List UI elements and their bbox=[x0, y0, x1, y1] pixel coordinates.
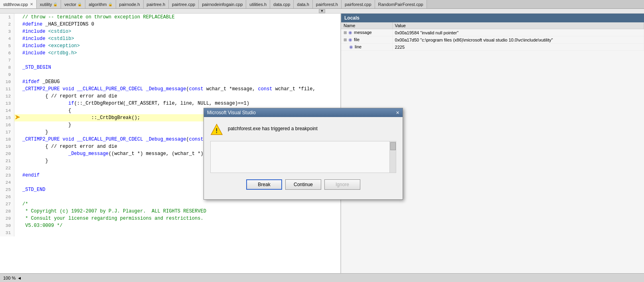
tab-xutility[interactable]: xutility🔒 bbox=[37, 0, 61, 9]
dialog-scrollbar[interactable] bbox=[389, 141, 396, 173]
line-arrow: ⮞ bbox=[14, 114, 21, 121]
tab-label: pairforest.h bbox=[316, 2, 338, 7]
line-number: 20 bbox=[0, 150, 14, 157]
tab-pairforest-h[interactable]: pairforest.h bbox=[313, 0, 342, 9]
code-line: 11_CRTIMP2_PURE void __CLRCALL_PURE_OR_C… bbox=[0, 85, 340, 93]
tab-utilities-h[interactable]: utilities.h bbox=[246, 0, 270, 9]
line-code-text: } bbox=[21, 121, 71, 129]
line-number: 25 bbox=[0, 186, 14, 193]
scroll-indicator[interactable]: ◄ bbox=[17, 276, 22, 280]
locals-row-name: ◉line bbox=[341, 44, 392, 51]
code-line: 4#include <cstdlib> bbox=[0, 35, 340, 42]
tab-label: vector bbox=[64, 2, 76, 7]
locals-row-value: 0x00a19584 "invalid null pointer" bbox=[392, 29, 644, 36]
line-number: 4 bbox=[0, 35, 14, 42]
break-button[interactable]: Break bbox=[246, 179, 282, 190]
tab-label: stdthrow.cpp bbox=[3, 2, 28, 7]
tab-RandomPairForest-cpp[interactable]: RandomPairForest.cpp bbox=[375, 0, 427, 9]
tab-lock-icon: 🔒 bbox=[77, 2, 82, 6]
locals-row-name: ⊞◉file bbox=[341, 36, 392, 44]
variable-dot-icon: ◉ bbox=[348, 30, 352, 35]
expand-icon[interactable]: ⊞ bbox=[344, 38, 347, 42]
expand-icon[interactable]: ⊞ bbox=[344, 30, 347, 35]
line-number: 6 bbox=[0, 50, 14, 57]
locals-title-text: Locals bbox=[344, 15, 360, 21]
code-line: 5#include <exception> bbox=[0, 42, 340, 50]
line-code-text: ::_CrtDbgBreak(); bbox=[21, 114, 140, 121]
line-code-text: } bbox=[21, 129, 48, 136]
line-number: 9 bbox=[0, 71, 14, 78]
locals-col-name: Name bbox=[341, 22, 392, 29]
tab-data-h[interactable]: data.h bbox=[294, 0, 313, 9]
code-line: 12 { // report error and die bbox=[0, 93, 340, 100]
dialog-buttons: Break Continue Ignore bbox=[210, 178, 396, 193]
variable-name: message bbox=[354, 30, 372, 35]
zoom-level: 100 % bbox=[3, 276, 16, 280]
line-number: 2 bbox=[0, 21, 14, 28]
code-line: 6#include <crtdbg.h> bbox=[0, 50, 340, 57]
line-code-text: * Copyright (c) 1992-2007 by P.J. Plauge… bbox=[21, 208, 206, 215]
line-number: 5 bbox=[0, 42, 14, 50]
tab-close-icon[interactable]: ✕ bbox=[30, 2, 33, 6]
tab-scroll-button[interactable]: ▼ bbox=[319, 9, 325, 13]
locals-col-value: Value bbox=[392, 22, 644, 29]
dialog-scroll-thumb[interactable] bbox=[390, 142, 396, 150]
line-code-text: V5.03:0009 */ bbox=[21, 222, 63, 229]
code-line: 27/* bbox=[0, 201, 340, 208]
tab-label: algorithm bbox=[89, 2, 107, 7]
tab-pairnode-h[interactable]: pairnode.h bbox=[116, 0, 144, 9]
locals-panel-title: Locals bbox=[341, 14, 644, 22]
tab-pairforest-cpp[interactable]: pairforest.cpp bbox=[342, 0, 375, 9]
tab-algorithm[interactable]: algorithm🔒 bbox=[85, 0, 116, 9]
tab-pairnodeinfogain-cpp[interactable]: pairnodeinfogain.cpp bbox=[199, 0, 246, 9]
continue-button[interactable]: Continue bbox=[285, 179, 321, 190]
line-code-text: * Consult your license regarding permiss… bbox=[21, 215, 203, 222]
line-code-text: { bbox=[21, 107, 71, 114]
line-code-text: _STD_END bbox=[21, 186, 45, 193]
line-number: 31 bbox=[0, 229, 14, 236]
line-number: 17 bbox=[0, 129, 14, 136]
locals-row-value: 0x00a17d50 "c:\program files (x86)\micro… bbox=[392, 36, 644, 44]
variable-dot-icon: ◉ bbox=[349, 44, 353, 49]
code-line: 13 if(::_CrtDbgReportW(_CRT_ASSERT, file… bbox=[0, 100, 340, 107]
line-number: 1 bbox=[0, 14, 14, 21]
tab-pairtree-h[interactable]: pairtree.h bbox=[144, 0, 169, 9]
line-code-text: #include <exception> bbox=[21, 42, 80, 50]
code-line: 10#ifdef _DEBUG bbox=[0, 78, 340, 85]
tab-stdthrow-cpp[interactable]: stdthrow.cpp✕ bbox=[0, 0, 37, 9]
line-code-text: _CRTIMP2_PURE void __CLRCALL_PURE_OR_CDE… bbox=[21, 85, 316, 93]
line-number: 22 bbox=[0, 165, 14, 172]
tab-pairtree-cpp[interactable]: pairtree.cpp bbox=[169, 0, 199, 9]
locals-row-name: ⊞◉message bbox=[341, 29, 392, 36]
tab-label: data.cpp bbox=[273, 2, 290, 7]
tab-data-cpp[interactable]: data.cpp bbox=[270, 0, 294, 9]
line-number: 14 bbox=[0, 107, 14, 114]
line-number: 12 bbox=[0, 93, 14, 100]
line-code-text: #include <crtdbg.h> bbox=[21, 50, 77, 57]
line-number: 24 bbox=[0, 179, 14, 186]
line-code-text: } bbox=[21, 157, 48, 165]
dialog-message-text: patchforest.exe has triggered a breakpoi… bbox=[228, 123, 318, 131]
dialog-titlebar: Microsoft Visual Studio ✕ bbox=[204, 108, 403, 117]
line-number: 13 bbox=[0, 100, 14, 107]
tab-vector[interactable]: vector🔒 bbox=[61, 0, 85, 9]
locals-row-value: 2225 bbox=[392, 44, 644, 51]
tab-label: pairtree.cpp bbox=[172, 2, 195, 7]
line-number: 30 bbox=[0, 222, 14, 229]
code-line: 3#include <cstdio> bbox=[0, 28, 340, 35]
variable-name: file bbox=[354, 37, 360, 42]
code-line: 2#define _HAS_EXCEPTIONS 0 bbox=[0, 21, 340, 28]
tab-label: xutility bbox=[40, 2, 52, 7]
tab-label: pairforest.cpp bbox=[345, 2, 371, 7]
line-number: 18 bbox=[0, 136, 14, 143]
dialog-close-icon[interactable]: ✕ bbox=[396, 110, 399, 115]
dialog-title-text: Microsoft Visual Studio bbox=[207, 110, 256, 115]
tab-label: pairnodeinfogain.cpp bbox=[202, 2, 243, 7]
ignore-button[interactable]: Ignore bbox=[324, 179, 360, 190]
code-line: 7 bbox=[0, 57, 340, 64]
tab-label: RandomPairForest.cpp bbox=[378, 2, 423, 7]
line-number: 19 bbox=[0, 143, 14, 150]
status-bar: 100 % ◄ bbox=[0, 273, 644, 282]
line-code-text: /* bbox=[21, 201, 28, 208]
line-code-text: // throw -- terminate on thrown exceptio… bbox=[21, 14, 175, 21]
